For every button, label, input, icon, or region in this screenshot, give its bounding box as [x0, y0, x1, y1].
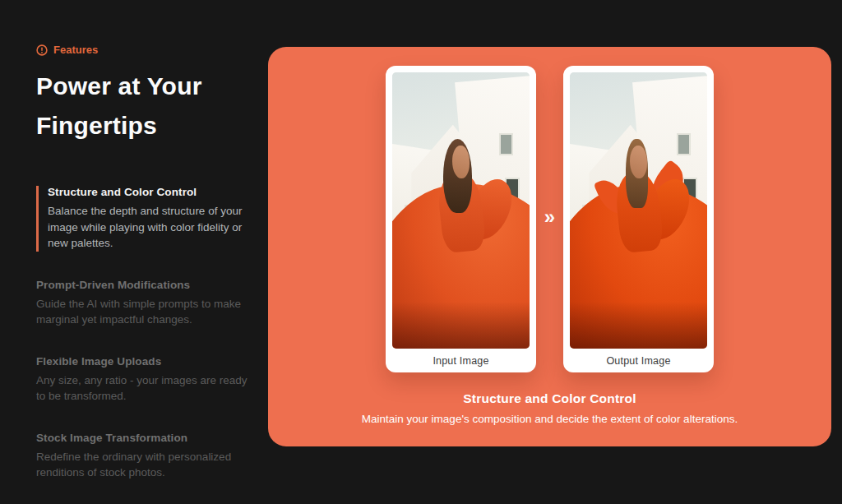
double-chevron-right-icon: »: [536, 207, 563, 227]
feature-item-description: Guide the AI with simple prompts to make…: [36, 296, 248, 328]
input-image-photo: [392, 72, 530, 349]
feature-item-description: Redefine the ordinary with personalized …: [36, 449, 248, 481]
feature-item-title: Stock Image Transformation: [36, 432, 265, 444]
feature-item-prompt-driven-modifications[interactable]: Prompt-Driven Modifications Guide the AI…: [36, 279, 265, 328]
woman-head: [452, 146, 470, 178]
feature-item-description: Balance the depth and structure of your …: [48, 203, 260, 252]
output-image-photo: [570, 72, 707, 349]
showcase-caption: Structure and Color Control Maintain you…: [268, 391, 831, 425]
showcase-caption-subtitle: Maintain your image's composition and de…: [268, 413, 831, 425]
feature-item-stock-image-transformation[interactable]: Stock Image Transformation Redefine the …: [36, 432, 265, 481]
comparison-cards-row: Input Image »: [268, 66, 831, 372]
input-image-label: Input Image: [392, 349, 530, 372]
feature-item-title: Prompt-Driven Modifications: [36, 279, 265, 291]
feature-item-title: Structure and Color Control: [48, 186, 265, 198]
feature-list: Structure and Color Control Balance the …: [36, 186, 265, 481]
feature-item-flexible-image-uploads[interactable]: Flexible Image Uploads Any size, any rat…: [36, 355, 265, 405]
showcase-caption-title: Structure and Color Control: [268, 391, 831, 406]
output-image-card: Output Image: [563, 66, 714, 372]
exclamation-circle-icon: [36, 44, 48, 56]
features-sidebar: Features Power at Your Fingertips Struct…: [36, 44, 265, 481]
window: [677, 133, 691, 155]
feature-item-description: Any size, any ratio - your images are re…: [36, 372, 248, 405]
features-badge: Features: [36, 44, 265, 56]
feature-item-structure-color-control[interactable]: Structure and Color Control Balance the …: [36, 186, 265, 252]
photo-bottom-shade: [570, 302, 707, 349]
woman-head: [630, 146, 647, 178]
page-title: Power at Your Fingertips: [36, 67, 242, 146]
photo-bottom-shade: [392, 302, 530, 349]
feature-item-title: Flexible Image Uploads: [36, 355, 265, 368]
output-image-label: Output Image: [570, 349, 707, 372]
features-badge-label: Features: [53, 44, 98, 56]
input-image-card: Input Image: [386, 66, 536, 372]
feature-showcase-panel: Input Image »: [268, 47, 831, 446]
window: [499, 133, 513, 155]
